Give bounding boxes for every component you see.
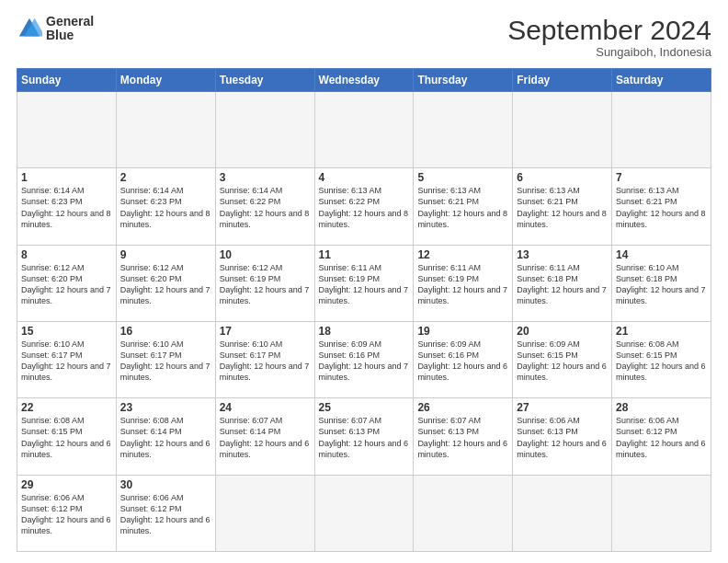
day-number: 18 bbox=[319, 325, 410, 338]
cell-info: Sunrise: 6:14 AMSunset: 6:22 PMDaylight:… bbox=[220, 185, 311, 230]
cell-info: Sunrise: 6:10 AMSunset: 6:17 PMDaylight:… bbox=[21, 339, 112, 384]
cell-info: Sunrise: 6:13 AMSunset: 6:22 PMDaylight:… bbox=[319, 185, 410, 230]
day-number: 25 bbox=[319, 401, 410, 414]
calendar-table: Sunday Monday Tuesday Wednesday Thursday… bbox=[17, 68, 711, 552]
day-number: 7 bbox=[616, 171, 707, 184]
col-friday: Friday bbox=[513, 69, 612, 92]
day-number: 13 bbox=[517, 248, 608, 261]
cell-info: Sunrise: 6:09 AMSunset: 6:16 PMDaylight:… bbox=[319, 339, 410, 384]
table-row: 4Sunrise: 6:13 AMSunset: 6:22 PMDaylight… bbox=[314, 168, 414, 245]
calendar-week-row bbox=[17, 92, 711, 168]
table-row: 7Sunrise: 6:13 AMSunset: 6:21 PMDaylight… bbox=[612, 168, 711, 245]
cell-info: Sunrise: 6:10 AMSunset: 6:17 PMDaylight:… bbox=[220, 339, 311, 384]
day-number: 26 bbox=[417, 401, 508, 414]
table-row bbox=[513, 475, 612, 551]
table-row bbox=[414, 92, 513, 168]
cell-info: Sunrise: 6:06 AMSunset: 6:12 PMDaylight:… bbox=[21, 492, 112, 537]
cell-info: Sunrise: 6:09 AMSunset: 6:16 PMDaylight:… bbox=[417, 339, 508, 384]
col-wednesday: Wednesday bbox=[314, 69, 414, 92]
day-number: 10 bbox=[220, 248, 311, 261]
logo: General Blue bbox=[17, 15, 94, 43]
table-row: 8Sunrise: 6:12 AMSunset: 6:20 PMDaylight… bbox=[17, 245, 117, 321]
calendar-week-row: 29Sunrise: 6:06 AMSunset: 6:12 PMDayligh… bbox=[17, 475, 711, 551]
logo-line2: Blue bbox=[46, 29, 94, 42]
table-row bbox=[215, 92, 314, 168]
table-row: 28Sunrise: 6:06 AMSunset: 6:12 PMDayligh… bbox=[612, 398, 711, 475]
table-row: 24Sunrise: 6:07 AMSunset: 6:14 PMDayligh… bbox=[215, 398, 314, 475]
cell-info: Sunrise: 6:11 AMSunset: 6:19 PMDaylight:… bbox=[417, 262, 508, 307]
col-sunday: Sunday bbox=[17, 69, 117, 92]
page: General Blue September 2024 Sungaiboh, I… bbox=[0, 0, 728, 563]
col-thursday: Thursday bbox=[414, 69, 513, 92]
table-row: 9Sunrise: 6:12 AMSunset: 6:20 PMDaylight… bbox=[116, 245, 215, 321]
day-number: 16 bbox=[120, 325, 211, 338]
table-row: 5Sunrise: 6:13 AMSunset: 6:21 PMDaylight… bbox=[414, 168, 513, 245]
cell-info: Sunrise: 6:14 AMSunset: 6:23 PMDaylight:… bbox=[120, 185, 211, 230]
cell-info: Sunrise: 6:12 AMSunset: 6:19 PMDaylight:… bbox=[220, 262, 311, 307]
cell-info: Sunrise: 6:10 AMSunset: 6:18 PMDaylight:… bbox=[616, 262, 707, 307]
table-row bbox=[314, 475, 414, 551]
cell-info: Sunrise: 6:07 AMSunset: 6:13 PMDaylight:… bbox=[417, 415, 508, 460]
day-number: 3 bbox=[220, 171, 311, 184]
cell-info: Sunrise: 6:08 AMSunset: 6:15 PMDaylight:… bbox=[21, 415, 112, 460]
cell-info: Sunrise: 6:11 AMSunset: 6:19 PMDaylight:… bbox=[319, 262, 410, 307]
table-row: 11Sunrise: 6:11 AMSunset: 6:19 PMDayligh… bbox=[314, 245, 414, 321]
table-row: 18Sunrise: 6:09 AMSunset: 6:16 PMDayligh… bbox=[314, 321, 414, 397]
cell-info: Sunrise: 6:08 AMSunset: 6:14 PMDaylight:… bbox=[120, 415, 211, 460]
cell-info: Sunrise: 6:12 AMSunset: 6:20 PMDaylight:… bbox=[21, 262, 112, 307]
table-row bbox=[612, 475, 711, 551]
month-title: September 2024 bbox=[507, 15, 711, 45]
table-row: 3Sunrise: 6:14 AMSunset: 6:22 PMDaylight… bbox=[215, 168, 314, 245]
table-row: 19Sunrise: 6:09 AMSunset: 6:16 PMDayligh… bbox=[414, 321, 513, 397]
calendar-body: 1Sunrise: 6:14 AMSunset: 6:23 PMDaylight… bbox=[17, 92, 711, 552]
cell-info: Sunrise: 6:06 AMSunset: 6:12 PMDaylight:… bbox=[120, 492, 211, 537]
table-row: 17Sunrise: 6:10 AMSunset: 6:17 PMDayligh… bbox=[215, 321, 314, 397]
table-row: 6Sunrise: 6:13 AMSunset: 6:21 PMDaylight… bbox=[513, 168, 612, 245]
cell-info: Sunrise: 6:14 AMSunset: 6:23 PMDaylight:… bbox=[21, 185, 112, 230]
table-row bbox=[116, 92, 215, 168]
day-number: 6 bbox=[517, 171, 608, 184]
table-row: 12Sunrise: 6:11 AMSunset: 6:19 PMDayligh… bbox=[414, 245, 513, 321]
table-row: 15Sunrise: 6:10 AMSunset: 6:17 PMDayligh… bbox=[17, 321, 117, 397]
day-number: 15 bbox=[21, 325, 112, 338]
table-row: 29Sunrise: 6:06 AMSunset: 6:12 PMDayligh… bbox=[17, 475, 117, 551]
table-row: 27Sunrise: 6:06 AMSunset: 6:13 PMDayligh… bbox=[513, 398, 612, 475]
cell-info: Sunrise: 6:11 AMSunset: 6:18 PMDaylight:… bbox=[517, 262, 608, 307]
day-number: 27 bbox=[517, 401, 608, 414]
day-number: 19 bbox=[417, 325, 508, 338]
day-number: 22 bbox=[21, 401, 112, 414]
day-number: 5 bbox=[417, 171, 508, 184]
cell-info: Sunrise: 6:09 AMSunset: 6:15 PMDaylight:… bbox=[517, 339, 608, 384]
table-row: 23Sunrise: 6:08 AMSunset: 6:14 PMDayligh… bbox=[116, 398, 215, 475]
table-row: 2Sunrise: 6:14 AMSunset: 6:23 PMDaylight… bbox=[116, 168, 215, 245]
table-row bbox=[414, 475, 513, 551]
table-row bbox=[215, 475, 314, 551]
table-row: 1Sunrise: 6:14 AMSunset: 6:23 PMDaylight… bbox=[17, 168, 117, 245]
table-row bbox=[314, 92, 414, 168]
day-number: 28 bbox=[616, 401, 707, 414]
cell-info: Sunrise: 6:13 AMSunset: 6:21 PMDaylight:… bbox=[616, 185, 707, 230]
table-row bbox=[612, 92, 711, 168]
table-row: 14Sunrise: 6:10 AMSunset: 6:18 PMDayligh… bbox=[612, 245, 711, 321]
day-number: 9 bbox=[120, 248, 211, 261]
cell-info: Sunrise: 6:08 AMSunset: 6:15 PMDaylight:… bbox=[616, 339, 707, 384]
day-number: 14 bbox=[616, 248, 707, 261]
table-row: 22Sunrise: 6:08 AMSunset: 6:15 PMDayligh… bbox=[17, 398, 117, 475]
table-row: 13Sunrise: 6:11 AMSunset: 6:18 PMDayligh… bbox=[513, 245, 612, 321]
table-row: 30Sunrise: 6:06 AMSunset: 6:12 PMDayligh… bbox=[116, 475, 215, 551]
day-number: 1 bbox=[21, 171, 112, 184]
cell-info: Sunrise: 6:07 AMSunset: 6:14 PMDaylight:… bbox=[220, 415, 311, 460]
col-monday: Monday bbox=[116, 69, 215, 92]
table-row bbox=[17, 92, 117, 168]
day-number: 30 bbox=[120, 478, 211, 491]
day-number: 2 bbox=[120, 171, 211, 184]
calendar-week-row: 22Sunrise: 6:08 AMSunset: 6:15 PMDayligh… bbox=[17, 398, 711, 475]
table-row: 21Sunrise: 6:08 AMSunset: 6:15 PMDayligh… bbox=[612, 321, 711, 397]
day-number: 24 bbox=[220, 401, 311, 414]
location-subtitle: Sungaiboh, Indonesia bbox=[507, 45, 711, 59]
day-number: 20 bbox=[517, 325, 608, 338]
table-row bbox=[513, 92, 612, 168]
cell-info: Sunrise: 6:13 AMSunset: 6:21 PMDaylight:… bbox=[417, 185, 508, 230]
cell-info: Sunrise: 6:13 AMSunset: 6:21 PMDaylight:… bbox=[517, 185, 608, 230]
calendar-week-row: 15Sunrise: 6:10 AMSunset: 6:17 PMDayligh… bbox=[17, 321, 711, 397]
